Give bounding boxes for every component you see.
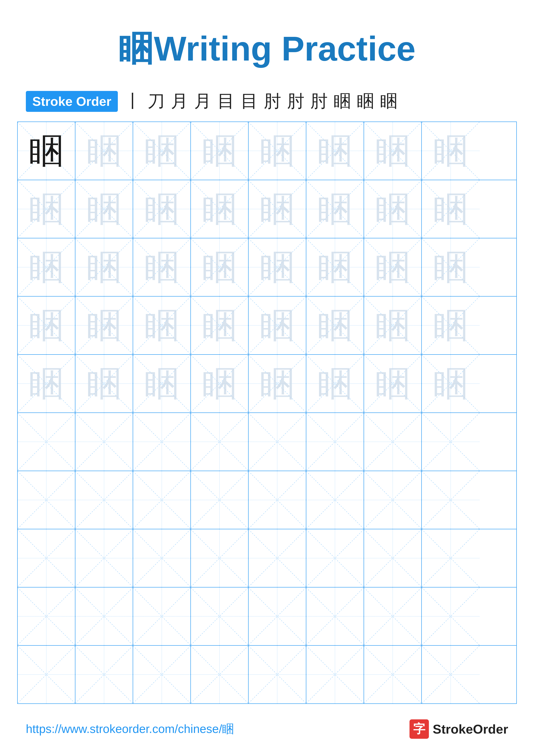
cell-char-0-3: 睏 <box>202 134 237 168</box>
grid-cell-7-5[interactable] <box>306 529 364 587</box>
grid-cell-3-7[interactable]: 睏 <box>422 297 479 354</box>
grid-cell-4-0[interactable]: 睏 <box>18 355 75 413</box>
grid-cell-7-7[interactable] <box>422 529 479 587</box>
grid-cell-7-1[interactable] <box>75 529 133 587</box>
grid-cell-4-3[interactable]: 睏 <box>191 355 249 413</box>
grid-cell-4-1[interactable]: 睏 <box>75 355 133 413</box>
grid-cell-4-6[interactable]: 睏 <box>364 355 422 413</box>
grid-cell-3-4[interactable]: 睏 <box>249 297 306 354</box>
grid-cell-6-5[interactable] <box>306 471 364 529</box>
grid-row-8[interactable] <box>18 587 516 646</box>
grid-cell-8-4[interactable] <box>249 587 306 645</box>
grid-cell-4-5[interactable]: 睏 <box>306 355 364 413</box>
grid-cell-3-6[interactable]: 睏 <box>364 297 422 354</box>
grid-cell-0-0[interactable]: 睏 <box>18 122 75 180</box>
grid-cell-1-4[interactable]: 睏 <box>249 180 306 238</box>
grid-cell-3-0[interactable]: 睏 <box>18 297 75 354</box>
grid-cell-0-2[interactable]: 睏 <box>133 122 191 180</box>
grid-cell-2-1[interactable]: 睏 <box>75 238 133 296</box>
grid-cell-4-2[interactable]: 睏 <box>133 355 191 413</box>
grid-row-0[interactable]: 睏 睏 睏 睏 睏 睏 睏 睏 <box>18 122 516 180</box>
cell-char-2-4: 睏 <box>260 250 294 284</box>
grid-cell-0-6[interactable]: 睏 <box>364 122 422 180</box>
grid-cell-4-7[interactable]: 睏 <box>422 355 479 413</box>
svg-line-110 <box>422 471 479 529</box>
grid-cell-9-0[interactable] <box>18 646 75 703</box>
grid-cell-8-2[interactable] <box>133 587 191 645</box>
grid-cell-1-3[interactable]: 睏 <box>191 180 249 238</box>
grid-cell-1-0[interactable]: 睏 <box>18 180 75 238</box>
svg-line-138 <box>306 588 364 645</box>
grid-cell-5-0[interactable] <box>18 413 75 471</box>
grid-cell-1-1[interactable]: 睏 <box>75 180 133 238</box>
grid-cell-9-1[interactable] <box>75 646 133 703</box>
grid-cell-7-3[interactable] <box>191 529 249 587</box>
grid-cell-6-7[interactable] <box>422 471 479 529</box>
grid-cell-5-1[interactable] <box>75 413 133 471</box>
grid-row-2[interactable]: 睏 睏 睏 睏 睏 睏 睏 睏 <box>18 238 516 297</box>
practice-grid[interactable]: 睏 睏 睏 睏 睏 睏 睏 睏 <box>17 122 517 704</box>
grid-cell-1-7[interactable]: 睏 <box>422 180 479 238</box>
svg-line-93 <box>364 413 421 471</box>
svg-line-98 <box>75 471 133 528</box>
grid-row-7[interactable] <box>18 529 516 587</box>
grid-cell-6-6[interactable] <box>364 471 422 529</box>
grid-cell-9-4[interactable] <box>249 646 306 703</box>
grid-cell-6-1[interactable] <box>75 471 133 529</box>
grid-cell-8-5[interactable] <box>306 587 364 645</box>
grid-cell-0-5[interactable]: 睏 <box>306 122 364 180</box>
grid-cell-4-4[interactable]: 睏 <box>249 355 306 413</box>
grid-cell-1-6[interactable]: 睏 <box>364 180 422 238</box>
grid-cell-8-3[interactable] <box>191 587 249 645</box>
grid-row-3[interactable]: 睏 睏 睏 睏 睏 睏 睏 睏 <box>18 297 516 355</box>
title-chinese-char: 睏 <box>118 29 153 68</box>
svg-line-107 <box>306 471 364 528</box>
grid-cell-3-3[interactable]: 睏 <box>191 297 249 354</box>
grid-row-6[interactable] <box>18 471 516 529</box>
grid-cell-2-0[interactable]: 睏 <box>18 238 75 296</box>
grid-cell-6-4[interactable] <box>249 471 306 529</box>
grid-cell-2-6[interactable]: 睏 <box>364 238 422 296</box>
grid-cell-5-5[interactable] <box>306 413 364 471</box>
grid-cell-6-2[interactable] <box>133 471 191 529</box>
grid-cell-5-7[interactable] <box>422 413 479 471</box>
grid-cell-5-2[interactable] <box>133 413 191 471</box>
grid-cell-3-2[interactable]: 睏 <box>133 297 191 354</box>
grid-cell-1-5[interactable]: 睏 <box>306 180 364 238</box>
grid-cell-0-7[interactable]: 睏 <box>422 122 479 180</box>
grid-cell-8-6[interactable] <box>364 587 422 645</box>
grid-cell-8-0[interactable] <box>18 587 75 645</box>
grid-cell-0-4[interactable]: 睏 <box>249 122 306 180</box>
grid-cell-7-0[interactable] <box>18 529 75 587</box>
grid-cell-2-7[interactable]: 睏 <box>422 238 479 296</box>
grid-cell-5-4[interactable] <box>249 413 306 471</box>
grid-cell-9-2[interactable] <box>133 646 191 703</box>
grid-cell-6-3[interactable] <box>191 471 249 529</box>
grid-cell-0-3[interactable]: 睏 <box>191 122 249 180</box>
grid-cell-2-2[interactable]: 睏 <box>133 238 191 296</box>
grid-cell-9-7[interactable] <box>422 646 479 703</box>
grid-cell-9-3[interactable] <box>191 646 249 703</box>
grid-cell-7-6[interactable] <box>364 529 422 587</box>
grid-row-9[interactable] <box>18 646 516 703</box>
grid-cell-6-0[interactable] <box>18 471 75 529</box>
grid-cell-9-5[interactable] <box>306 646 364 703</box>
grid-cell-0-1[interactable]: 睏 <box>75 122 133 180</box>
grid-cell-5-3[interactable] <box>191 413 249 471</box>
grid-cell-1-2[interactable]: 睏 <box>133 180 191 238</box>
grid-cell-2-5[interactable]: 睏 <box>306 238 364 296</box>
grid-row-5[interactable] <box>18 413 516 471</box>
grid-cell-9-6[interactable] <box>364 646 422 703</box>
grid-cell-2-3[interactable]: 睏 <box>191 238 249 296</box>
grid-cell-5-6[interactable] <box>364 413 422 471</box>
grid-cell-7-4[interactable] <box>249 529 306 587</box>
grid-cell-2-4[interactable]: 睏 <box>249 238 306 296</box>
grid-cell-8-1[interactable] <box>75 587 133 645</box>
grid-cell-7-2[interactable] <box>133 529 191 587</box>
grid-row-4[interactable]: 睏 睏 睏 睏 睏 睏 睏 睏 <box>18 355 516 413</box>
svg-line-119 <box>191 529 248 587</box>
grid-row-1[interactable]: 睏 睏 睏 睏 睏 睏 睏 睏 <box>18 180 516 238</box>
grid-cell-3-1[interactable]: 睏 <box>75 297 133 354</box>
grid-cell-8-7[interactable] <box>422 587 479 645</box>
grid-cell-3-5[interactable]: 睏 <box>306 297 364 354</box>
